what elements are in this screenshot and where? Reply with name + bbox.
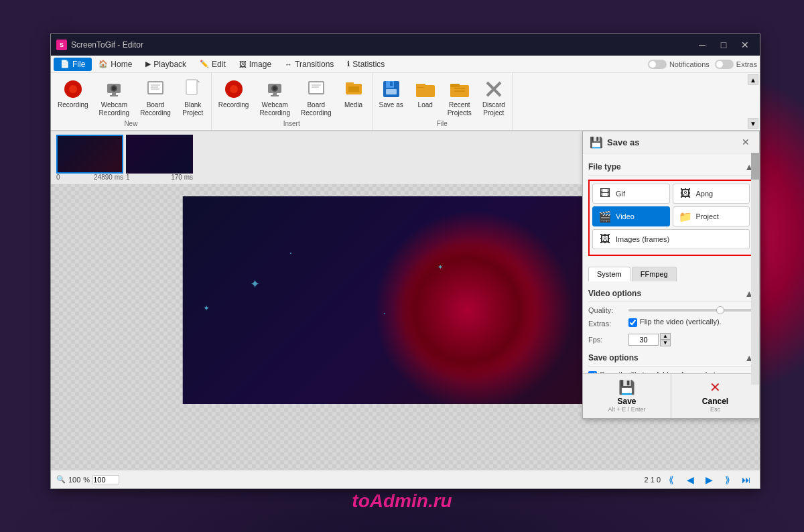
magnifier-icon: 🔍	[56, 475, 66, 484]
cancel-button[interactable]: ✕ Cancel Esc	[671, 374, 759, 418]
watermark: toAdmin.ru	[352, 490, 452, 512]
timeline-frame-0[interactable]: 0 24890 ms	[56, 135, 123, 181]
ribbon-btn-discard[interactable]: DiscardProject	[477, 76, 511, 120]
flip-video-text: Flip the video (vertically).	[640, 318, 722, 326]
nav-prev-button[interactable]: ◀	[682, 473, 698, 486]
tab-ffmpeg[interactable]: FFmpeg	[632, 267, 677, 281]
ribbon-btn-media[interactable]: Media	[337, 76, 371, 120]
filetype-images-button[interactable]: 🖼 Images (frames)	[592, 229, 750, 249]
menu-playback[interactable]: ▶ Playback	[139, 58, 193, 71]
dialog-scrollbar[interactable]	[751, 153, 759, 385]
zoom-unit: %	[83, 476, 90, 484]
quality-slider[interactable]	[628, 309, 754, 312]
menu-image[interactable]: 🖼 Image	[232, 58, 278, 71]
svg-rect-38	[454, 88, 465, 89]
ribbon-scroll-up[interactable]: ▲	[748, 74, 758, 85]
ribbon-btn-blank[interactable]: BlankProject	[176, 76, 210, 120]
filetype-gif-button[interactable]: 🎞 Gif	[592, 184, 670, 204]
notifications-toggle-box[interactable]	[648, 60, 667, 69]
svg-rect-20	[273, 93, 277, 95]
ribbon-btn-insert-recording[interactable]: Recording	[213, 76, 255, 120]
menu-statistics[interactable]: ℹ Statistics	[340, 58, 391, 71]
fps-down-button[interactable]: ▼	[660, 340, 671, 346]
save-button-shortcut: Alt + E / Enter	[608, 406, 646, 413]
ribbon-scroll-down[interactable]: ▼	[748, 118, 758, 129]
image-icon: 🖼	[239, 60, 247, 68]
tab-system[interactable]: System	[588, 267, 630, 281]
save-button[interactable]: 💾 Save Alt + E / Enter	[583, 374, 671, 418]
menu-image-label: Image	[249, 60, 271, 69]
home-icon: 🏠	[98, 60, 108, 68]
menu-home-label: Home	[111, 60, 132, 69]
insert-board-icon	[306, 78, 327, 100]
minimize-button[interactable]: ─	[693, 38, 712, 52]
menu-edit[interactable]: ✏️ Edit	[193, 58, 232, 71]
svg-rect-35	[416, 84, 425, 87]
insert-recording-icon	[223, 78, 245, 100]
quality-label: Quality:	[588, 306, 628, 314]
nav-next-button[interactable]: ▶	[701, 473, 717, 486]
status-bar: 🔍 100 % 2 1 0 ⟪ ◀ ▶ ⟫ ⏭	[51, 470, 760, 488]
quality-thumb[interactable]	[716, 306, 724, 314]
fps-row: Fps: ▲ ▼	[588, 333, 754, 346]
webcam-label: WebcamRecording	[99, 101, 130, 117]
frame-zero: 0	[657, 476, 661, 484]
ribbon-btn-webcam[interactable]: WebcamRecording	[94, 76, 135, 120]
zoom-input[interactable]	[92, 475, 119, 484]
discard-icon	[483, 78, 505, 100]
zoom-value: 100	[68, 476, 80, 484]
close-button[interactable]: ✕	[736, 38, 754, 52]
svg-rect-28	[348, 86, 359, 92]
menu-file[interactable]: 📄 File	[54, 58, 92, 71]
ribbon-btn-recent[interactable]: RecentProjects	[442, 76, 477, 120]
frame-label-1: 1 170 ms	[126, 174, 193, 181]
flip-video-checkbox[interactable]	[628, 318, 637, 327]
ribbon-btn-insert-board[interactable]: BoardRecording	[295, 76, 337, 120]
save-options-header: Save options ▲	[588, 350, 754, 367]
filetype-apng-button[interactable]: 🖼 Apng	[673, 184, 750, 204]
dialog-save-icon: 💾	[590, 136, 603, 149]
discard-label: DiscardProject	[482, 101, 505, 117]
fps-input[interactable]	[628, 334, 659, 346]
svg-rect-27	[346, 82, 354, 85]
ribbon-btn-recording[interactable]: Recording	[52, 76, 94, 120]
dialog-title-bar: 💾 Save as ✕	[583, 131, 759, 153]
maximize-button[interactable]: □	[714, 38, 733, 52]
extras-label: Extras	[736, 60, 757, 68]
ribbon-btn-saveas[interactable]: Save as	[374, 76, 409, 120]
frame-index-0: 0	[56, 174, 60, 181]
quality-row: Quality:	[588, 306, 754, 314]
nav-fast-forward-button[interactable]: ⏭	[738, 473, 754, 486]
filetype-project-button[interactable]: 📁 Project	[673, 206, 750, 226]
dialog-footer: 💾 Save Alt + E / Enter ✕ Cancel Esc	[583, 373, 759, 418]
nav-last-button[interactable]: ⟫	[720, 473, 736, 486]
menu-transitions[interactable]: ↔ Transitions	[278, 58, 340, 71]
new-group-label: New	[52, 120, 210, 129]
dialog-scroll-thumb[interactable]	[751, 153, 759, 180]
ribbon-btn-load[interactable]: Load	[409, 76, 442, 120]
apng-label: Apng	[696, 190, 714, 198]
ribbon-btn-board[interactable]: BoardRecording	[135, 76, 176, 120]
svg-point-19	[273, 86, 277, 90]
ribbon-btn-insert-webcam[interactable]: WebcamRecording	[254, 76, 295, 120]
filetype-row-1: 🎞 Gif 🖼 Apng	[592, 184, 750, 204]
nav-first-button[interactable]: ⟪	[663, 473, 679, 486]
filetype-row-3: 🖼 Images (frames)	[592, 229, 750, 249]
svg-rect-6	[110, 95, 118, 96]
svg-rect-39	[454, 90, 465, 92]
video-options-label: Video options	[588, 289, 641, 298]
frame-duration-1: 170 ms	[171, 174, 193, 181]
project-icon: 📁	[679, 210, 692, 223]
main-window: S ScreenToGif - Editor ─ □ ✕ 📄 File 🏠 Ho…	[50, 34, 760, 489]
menu-right: Notifications Extras	[648, 60, 757, 69]
menu-home[interactable]: 🏠 Home	[92, 58, 139, 71]
fps-up-button[interactable]: ▲	[660, 333, 671, 340]
extras-toggle-box[interactable]	[715, 60, 734, 69]
dialog-close-button[interactable]: ✕	[739, 135, 752, 149]
fps-label: Fps:	[588, 336, 628, 344]
filetype-video-button[interactable]: 🎬 Video	[592, 206, 670, 226]
zoom-control: 🔍 100 %	[56, 475, 119, 484]
timeline-frame-1[interactable]: 1 170 ms	[126, 135, 193, 181]
notifications-toggle[interactable]: Notifications	[648, 60, 710, 69]
extras-toggle[interactable]: Extras	[715, 60, 757, 69]
